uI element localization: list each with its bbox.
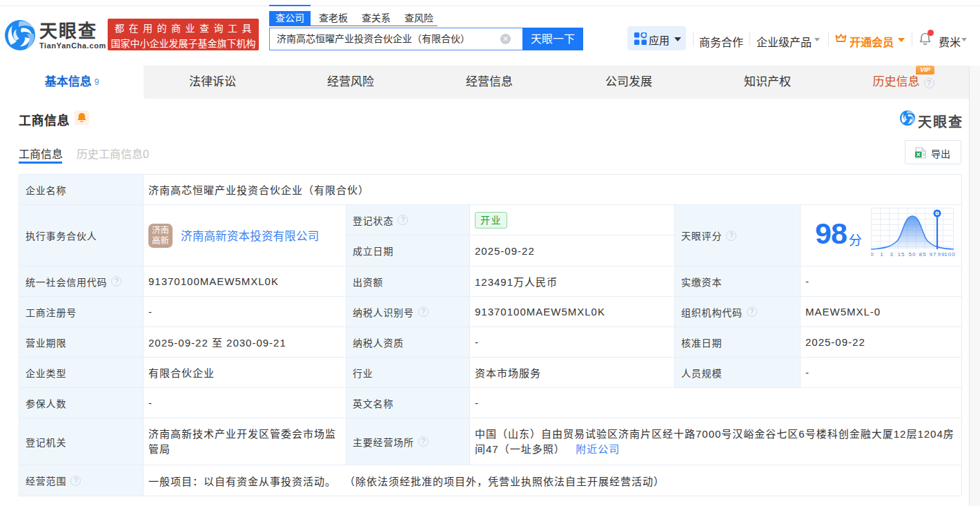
svg-text:97: 97 xyxy=(929,251,937,257)
svg-text:100: 100 xyxy=(944,251,955,257)
svg-text:85: 85 xyxy=(919,251,926,257)
svg-text:1: 1 xyxy=(880,251,883,257)
svg-text:15: 15 xyxy=(897,251,905,257)
svg-text:50: 50 xyxy=(908,251,916,257)
svg-text:0: 0 xyxy=(871,251,874,257)
svg-text:3: 3 xyxy=(890,251,893,257)
